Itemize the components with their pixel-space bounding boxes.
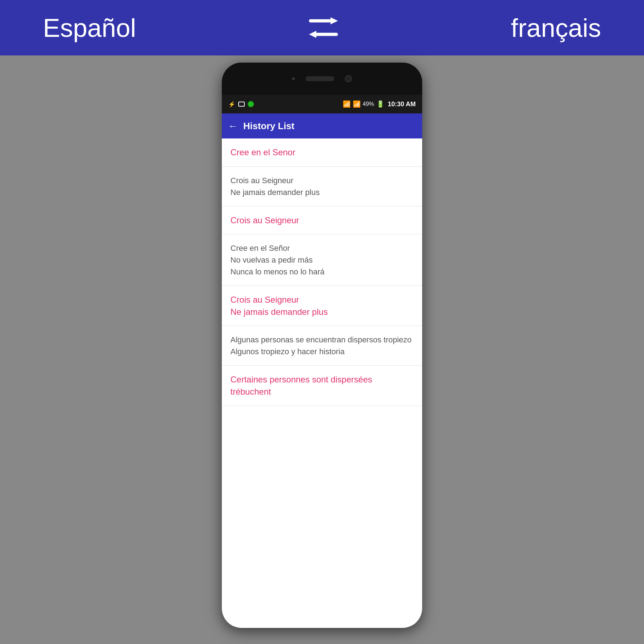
toolbar-title: History List bbox=[243, 121, 294, 132]
back-button[interactable]: ← bbox=[228, 121, 238, 132]
source-language-label[interactable]: Español bbox=[43, 13, 136, 43]
svg-rect-0 bbox=[309, 19, 332, 22]
app-toolbar: ← History List bbox=[222, 113, 422, 138]
list-item[interactable]: Crois au SeigneurNe jamais demander plus bbox=[222, 286, 422, 326]
wifi-icon: 📶 bbox=[343, 100, 351, 108]
front-camera bbox=[345, 75, 352, 82]
list-item-text: Certaines personnes sont dispersées tréb… bbox=[230, 374, 414, 397]
earpiece bbox=[306, 76, 334, 81]
swap-language-button[interactable] bbox=[307, 15, 340, 40]
list-item-text: Crois au Seigneur bbox=[230, 175, 414, 186]
list-item[interactable]: Crois au Seigneur bbox=[222, 206, 422, 235]
list-item-text: Crois au Seigneur bbox=[230, 214, 414, 226]
language-bar: Español français bbox=[0, 0, 644, 55]
status-bar: ⚡ 📶 📶 49% 🔋 10:30 AM bbox=[222, 95, 422, 113]
list-item[interactable]: Certaines personnes sont dispersées tréb… bbox=[222, 366, 422, 406]
list-item-text: Crois au Seigneur bbox=[230, 294, 414, 306]
list-item-text: Algunos tropiezo y hacer historia bbox=[230, 346, 414, 357]
svg-rect-2 bbox=[316, 33, 338, 36]
list-item-text: Algunas personas se encuentran dispersos… bbox=[230, 334, 414, 346]
list-item[interactable]: Cree en el Senor bbox=[222, 138, 422, 167]
time-display: 10:30 AM bbox=[388, 101, 416, 108]
target-language-label[interactable]: français bbox=[511, 13, 601, 43]
list-item-text: Nunca lo menos no lo hará bbox=[230, 266, 414, 278]
svg-marker-3 bbox=[309, 31, 317, 38]
status-icons-right: 📶 📶 49% 🔋 10:30 AM bbox=[343, 100, 416, 108]
battery-icon: 🔋 bbox=[376, 100, 384, 108]
history-list: Cree en el SenorCrois au SeigneurNe jama… bbox=[222, 138, 422, 628]
list-item[interactable]: Cree en el SeñorNo vuelvas a pedir másNu… bbox=[222, 234, 422, 286]
battery-percent: 49% bbox=[363, 101, 374, 107]
list-item-text: Cree en el Señor bbox=[230, 242, 414, 254]
list-item-text: Ne jamais demander plus bbox=[230, 186, 414, 198]
list-item-text: Ne jamais demander plus bbox=[230, 306, 414, 318]
image-icon bbox=[238, 102, 245, 107]
green-status-icon bbox=[248, 101, 254, 107]
list-item-text: Cree en el Senor bbox=[230, 146, 414, 158]
phone-area: ⚡ 📶 📶 49% 🔋 10:30 AM ← History List Cree… bbox=[0, 55, 644, 644]
list-item[interactable]: Algunas personas se encuentran dispersos… bbox=[222, 326, 422, 366]
list-item-text: No vuelvas a pedir más bbox=[230, 254, 414, 266]
speaker-dot bbox=[292, 77, 295, 80]
status-icons-left: ⚡ bbox=[228, 101, 254, 108]
phone-device: ⚡ 📶 📶 49% 🔋 10:30 AM ← History List Cree… bbox=[222, 63, 422, 628]
phone-top-bezel bbox=[222, 63, 422, 95]
usb-icon: ⚡ bbox=[228, 101, 235, 108]
list-item[interactable]: Crois au SeigneurNe jamais demander plus bbox=[222, 167, 422, 206]
signal-icon: 📶 bbox=[353, 100, 361, 108]
svg-marker-1 bbox=[331, 17, 338, 24]
